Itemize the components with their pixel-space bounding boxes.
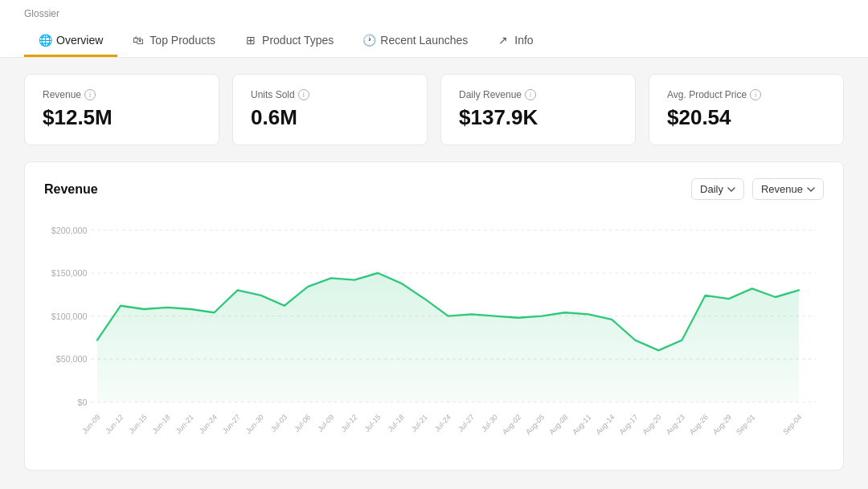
daily-revenue-info-icon[interactable]: i: [525, 89, 536, 100]
svg-text:$150,000: $150,000: [51, 268, 87, 279]
svg-text:Sep-01: Sep-01: [735, 413, 756, 436]
info-label: Info: [514, 34, 533, 47]
svg-text:Jul-21: Jul-21: [410, 413, 429, 434]
svg-text:Jul-18: Jul-18: [387, 413, 406, 434]
svg-text:Aug-17: Aug-17: [618, 413, 640, 436]
info-icon: ↗: [497, 34, 510, 47]
metric-value-units-sold: 0.6M: [251, 105, 409, 130]
metric-label-daily-revenue: Daily Revenue i: [459, 89, 617, 100]
metric-label: Revenue: [761, 183, 803, 195]
metric-label-avg-product-price: Avg. Product Price i: [667, 89, 825, 100]
chart-controls: Daily Revenue: [691, 178, 824, 200]
svg-marker-10: [97, 273, 799, 402]
svg-text:Jun-12: Jun-12: [104, 413, 125, 435]
chart-card: Revenue Daily Revenue: [24, 161, 844, 471]
metric-label-revenue: Revenue i: [43, 89, 201, 100]
top-products-icon: 🛍: [132, 34, 145, 47]
period-label: Daily: [700, 183, 723, 195]
svg-text:Jul-03: Jul-03: [269, 413, 289, 434]
metric-value-avg-product-price: $20.54: [667, 105, 825, 130]
chevron-down-icon: [727, 185, 735, 194]
revenue-chart: $200,000 $150,000 $100,000 $50,000 $0: [44, 213, 824, 454]
overview-label: Overview: [56, 34, 103, 47]
top-products-label: Top Products: [149, 34, 215, 47]
recent-launches-label: Recent Launches: [380, 34, 468, 47]
svg-text:Jun-27: Jun-27: [221, 413, 242, 435]
svg-text:Aug-26: Aug-26: [688, 413, 710, 436]
product-types-icon: ⊞: [244, 34, 257, 47]
svg-text:Aug-14: Aug-14: [595, 413, 616, 436]
chart-area: $200,000 $150,000 $100,000 $50,000 $0: [44, 213, 824, 454]
svg-text:Sep-04: Sep-04: [782, 413, 804, 436]
nav-tab-info[interactable]: ↗Info: [482, 26, 547, 57]
daily-revenue-label-text: Daily Revenue: [459, 89, 522, 100]
svg-text:Jun-21: Jun-21: [174, 413, 195, 435]
svg-text:Jun-30: Jun-30: [244, 413, 265, 435]
svg-text:$100,000: $100,000: [51, 311, 87, 321]
main-content: Revenue i$12.5MUnits Sold i0.6MDaily Rev…: [0, 58, 868, 487]
chevron-down-icon: [807, 185, 815, 194]
metric-label-units-sold: Units Sold i: [251, 89, 409, 100]
svg-text:Jun-09: Jun-09: [81, 413, 102, 435]
svg-text:Jul-15: Jul-15: [363, 413, 383, 434]
chart-title: Revenue: [44, 182, 98, 197]
avg-product-price-label-text: Avg. Product Price: [667, 89, 747, 100]
avg-product-price-info-icon[interactable]: i: [750, 89, 761, 100]
metric-card-units-sold: Units Sold i0.6M: [232, 74, 428, 145]
chart-header: Revenue Daily Revenue: [44, 178, 824, 200]
units-sold-info-icon[interactable]: i: [298, 89, 309, 100]
overview-icon: 🌐: [39, 34, 51, 47]
svg-text:Jun-18: Jun-18: [151, 413, 172, 435]
nav-tab-recent-launches[interactable]: 🕐Recent Launches: [348, 26, 482, 57]
product-types-label: Product Types: [262, 34, 334, 47]
metric-card-avg-product-price: Avg. Product Price i$20.54: [649, 74, 844, 145]
svg-text:Jul-12: Jul-12: [340, 413, 359, 434]
units-sold-label-text: Units Sold: [251, 89, 295, 100]
svg-text:Aug-29: Aug-29: [711, 413, 733, 436]
svg-text:Aug-02: Aug-02: [501, 413, 522, 436]
svg-text:Aug-20: Aug-20: [641, 413, 663, 436]
metric-card-revenue: Revenue i$12.5M: [24, 74, 219, 145]
top-bar: Glossier 🌐Overview🛍Top Products⊞Product …: [0, 0, 868, 58]
nav-tabs: 🌐Overview🛍Top Products⊞Product Types🕐Rec…: [24, 26, 844, 57]
svg-text:$50,000: $50,000: [56, 354, 88, 365]
svg-text:$0: $0: [77, 397, 87, 408]
metric-value-revenue: $12.5M: [43, 105, 201, 130]
metric-card-daily-revenue: Daily Revenue i$137.9K: [440, 74, 636, 145]
svg-text:Aug-05: Aug-05: [524, 413, 546, 436]
metric-dropdown[interactable]: Revenue: [752, 178, 824, 200]
metric-value-daily-revenue: $137.9K: [459, 105, 617, 130]
svg-text:Aug-08: Aug-08: [548, 413, 570, 436]
svg-text:Jul-24: Jul-24: [433, 413, 452, 434]
brand-name: Glossier: [24, 8, 844, 26]
svg-text:$200,000: $200,000: [51, 225, 87, 235]
metrics-row: Revenue i$12.5MUnits Sold i0.6MDaily Rev…: [24, 74, 844, 145]
nav-tab-product-types[interactable]: ⊞Product Types: [230, 26, 348, 57]
nav-tab-top-products[interactable]: 🛍Top Products: [117, 26, 230, 57]
svg-text:Jul-30: Jul-30: [480, 413, 499, 434]
svg-text:Jul-09: Jul-09: [317, 413, 336, 434]
svg-text:Jul-06: Jul-06: [293, 413, 313, 434]
svg-text:Aug-11: Aug-11: [571, 413, 593, 436]
app-container: Glossier 🌐Overview🛍Top Products⊞Product …: [0, 0, 868, 489]
svg-text:Jun-24: Jun-24: [198, 413, 219, 435]
revenue-label-text: Revenue: [43, 89, 81, 100]
revenue-info-icon[interactable]: i: [84, 89, 96, 100]
svg-text:Jun-15: Jun-15: [128, 413, 149, 435]
nav-tab-overview[interactable]: 🌐Overview: [24, 26, 117, 57]
recent-launches-icon: 🕐: [362, 34, 375, 47]
period-dropdown[interactable]: Daily: [691, 178, 744, 200]
svg-text:Jul-27: Jul-27: [457, 413, 476, 434]
svg-text:Aug-23: Aug-23: [665, 413, 686, 436]
